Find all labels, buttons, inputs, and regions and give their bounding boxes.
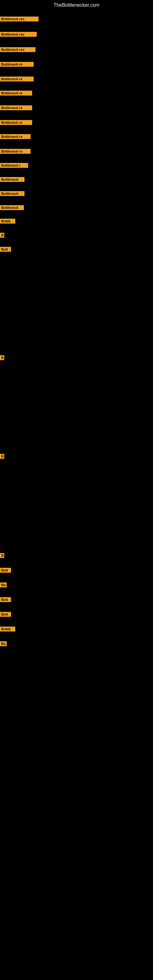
- bottleneck-label-11: Bottleneck r: [0, 163, 28, 168]
- bottleneck-label-13: Bottleneck: [0, 191, 24, 196]
- bottleneck-label-12: Bottleneck: [0, 177, 24, 182]
- bottleneck-label-21: Bott: [0, 568, 11, 573]
- bottleneck-label-15: Bottle: [0, 219, 15, 224]
- bottleneck-label-9: Bottleneck re: [0, 134, 30, 139]
- bottleneck-label-26: Bo: [0, 641, 7, 646]
- bottleneck-label-2: Bottleneck res: [0, 32, 37, 37]
- site-title: TheBottlenecker.com: [0, 0, 153, 10]
- bottleneck-label-4: Bottleneck re: [0, 62, 33, 67]
- bottleneck-label-23: Bott: [0, 597, 11, 602]
- bottleneck-label-5: Bottleneck re: [0, 76, 33, 81]
- bottleneck-label-18: B: [0, 355, 4, 360]
- bottleneck-label-17: Bott: [0, 247, 11, 252]
- bottleneck-label-16: B: [0, 233, 4, 238]
- bottleneck-label-24: Bott: [0, 612, 11, 617]
- bottleneck-label-25: Bottle: [0, 627, 15, 632]
- bottleneck-label-1: Bottleneck res: [0, 16, 38, 21]
- bottleneck-label-20: B: [0, 553, 4, 558]
- bottleneck-label-14: Bottleneck: [0, 205, 24, 210]
- bottleneck-label-8: Bottleneck re: [0, 120, 32, 125]
- bottleneck-label-19: B: [0, 454, 4, 459]
- bottleneck-label-6: Bottleneck re: [0, 91, 32, 95]
- bottleneck-label-7: Bottleneck re: [0, 105, 32, 110]
- bottleneck-label-3: Bottleneck res: [0, 47, 35, 52]
- bottleneck-label-10: Bottleneck re: [0, 149, 30, 154]
- bottleneck-label-22: Bo: [0, 582, 7, 587]
